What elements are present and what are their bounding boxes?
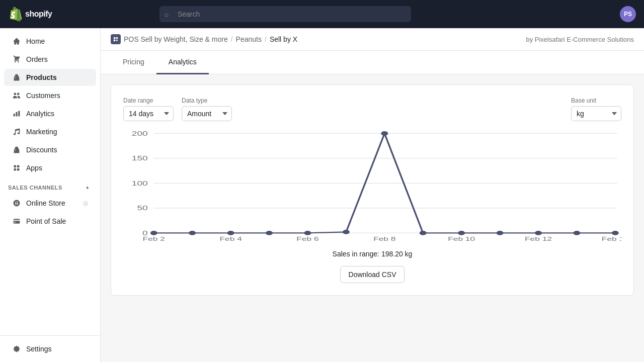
- sidebar-item-online-store[interactable]: Online Store ◎: [4, 195, 96, 212]
- svg-text:200: 200: [132, 131, 148, 137]
- svg-text:Feb 6: Feb 6: [296, 236, 318, 242]
- breadcrumb-current: Sell by X: [270, 35, 297, 43]
- sidebar-label-analytics: Analytics: [26, 110, 54, 118]
- dot-11: [573, 231, 580, 235]
- sidebar-item-settings[interactable]: Settings: [4, 340, 96, 357]
- dot-4: [304, 231, 311, 235]
- sidebar-label-settings: Settings: [26, 345, 52, 353]
- base-unit-label: Base unit: [571, 97, 621, 104]
- controls-row: Date range 14 days 7 days 30 days 90 day…: [123, 97, 621, 121]
- sidebar-item-marketing[interactable]: Marketing: [4, 123, 96, 140]
- shopify-logo[interactable]: shopify: [8, 7, 52, 21]
- online-store-icon: [12, 199, 21, 208]
- sidebar-label-marketing: Marketing: [26, 128, 57, 136]
- dot-7: [420, 231, 427, 235]
- dot-peak: [381, 131, 388, 136]
- breadcrumb-app[interactable]: POS Sell by Weight, Size & more: [124, 35, 228, 43]
- sidebar-item-point-of-sale[interactable]: Point of Sale: [4, 213, 96, 230]
- sidebar-item-discounts[interactable]: Discounts: [4, 141, 96, 158]
- settings-icon: [12, 344, 21, 353]
- breadcrumb-sep-2: /: [265, 35, 267, 43]
- breadcrumb-bar: POS Sell by Weight, Size & more / Peanut…: [101, 28, 644, 51]
- sidebar-label-point-of-sale: Point of Sale: [26, 217, 66, 225]
- analytics-icon: [12, 109, 21, 118]
- svg-text:150: 150: [132, 155, 148, 162]
- top-navigation: shopify ⌕ PS: [0, 0, 644, 28]
- breadcrumb: POS Sell by Weight, Size & more / Peanut…: [111, 34, 297, 44]
- chart-card: Date range 14 days 7 days 30 days 90 day…: [111, 84, 634, 296]
- search-icon: ⌕: [165, 10, 169, 18]
- data-type-select[interactable]: Amount Count: [182, 106, 232, 121]
- dot-12: [612, 231, 619, 235]
- data-type-group: Data type Amount Count: [182, 97, 232, 121]
- sidebar-item-customers[interactable]: Customers: [4, 87, 96, 104]
- dot-2: [227, 231, 234, 235]
- date-range-group: Date range 14 days 7 days 30 days 90 day…: [123, 97, 174, 121]
- chart-svg: 200 150 100 50 0 Feb 2: [123, 131, 621, 242]
- tab-pricing[interactable]: Pricing: [111, 51, 156, 74]
- svg-text:Feb 12: Feb 12: [525, 236, 552, 242]
- discounts-icon: [12, 145, 21, 154]
- sales-channels-label: SALES CHANNELS +: [0, 177, 100, 194]
- download-btn-wrap: Download CSV: [123, 266, 621, 283]
- sidebar-item-analytics[interactable]: Analytics: [4, 105, 96, 122]
- sidebar-item-orders[interactable]: Orders: [4, 51, 96, 68]
- data-type-label: Data type: [182, 97, 232, 104]
- breadcrumb-sep-1: /: [231, 35, 233, 43]
- sales-summary: Sales in range: 198.20 kg: [123, 250, 621, 258]
- dot-10: [535, 231, 542, 235]
- search-input[interactable]: [159, 6, 411, 22]
- svg-text:100: 100: [132, 180, 148, 187]
- dot-0: [150, 231, 157, 235]
- svg-text:Feb 10: Feb 10: [448, 236, 475, 242]
- svg-text:Feb 8: Feb 8: [373, 236, 395, 242]
- add-channel-button[interactable]: +: [83, 183, 92, 192]
- sidebar-label-apps: Apps: [26, 164, 42, 172]
- sidebar-label-orders: Orders: [26, 55, 48, 63]
- app-icon: [111, 34, 121, 44]
- sidebar-label-discounts: Discounts: [26, 146, 57, 154]
- breadcrumb-section[interactable]: Peanuts: [236, 35, 262, 43]
- svg-text:50: 50: [137, 205, 147, 212]
- dot-9: [497, 231, 504, 235]
- orders-icon: [12, 55, 21, 64]
- point-of-sale-icon: [12, 217, 21, 226]
- customers-icon: [12, 91, 21, 100]
- sidebar: Home Orders Products Customers Analytics: [0, 28, 101, 362]
- sidebar-label-products: Products: [26, 73, 57, 81]
- dot-3: [266, 231, 273, 235]
- by-text: by Pixelsafari E-Commerce Solutions: [526, 36, 634, 43]
- shopify-text: shopify: [25, 10, 52, 19]
- dot-1: [189, 231, 196, 235]
- date-range-label: Date range: [123, 97, 174, 104]
- sidebar-item-apps[interactable]: Apps: [4, 159, 96, 176]
- base-unit-select[interactable]: kg g lb oz: [571, 106, 621, 121]
- search-bar: ⌕: [159, 6, 411, 22]
- date-range-select[interactable]: 14 days 7 days 30 days 90 days: [123, 106, 174, 121]
- svg-text:Feb 2: Feb 2: [143, 236, 165, 242]
- svg-text:Feb 4: Feb 4: [219, 236, 242, 242]
- online-store-visibility-icon[interactable]: ◎: [83, 200, 88, 207]
- tabs-bar: Pricing Analytics: [101, 51, 644, 74]
- sidebar-label-online-store: Online Store: [26, 199, 65, 207]
- tab-analytics[interactable]: Analytics: [156, 51, 209, 74]
- shopify-logo-icon: [8, 7, 22, 21]
- products-icon: [12, 73, 21, 82]
- content-area: POS Sell by Weight, Size & more / Peanut…: [101, 28, 644, 362]
- dot-8: [458, 231, 465, 235]
- home-icon: [12, 37, 21, 46]
- sidebar-item-home[interactable]: Home: [4, 33, 96, 50]
- svg-text:Feb 14: Feb 14: [602, 236, 621, 242]
- marketing-icon: [12, 127, 21, 136]
- base-unit-group: Base unit kg g lb oz: [571, 97, 621, 121]
- sidebar-label-customers: Customers: [26, 92, 60, 100]
- sidebar-label-home: Home: [26, 37, 45, 45]
- apps-icon: [12, 163, 21, 172]
- sidebar-item-products[interactable]: Products: [4, 69, 96, 86]
- chart-container: 200 150 100 50 0 Feb 2: [123, 131, 621, 242]
- dot-5: [343, 230, 350, 234]
- download-csv-button[interactable]: Download CSV: [340, 266, 405, 283]
- avatar[interactable]: PS: [620, 6, 636, 22]
